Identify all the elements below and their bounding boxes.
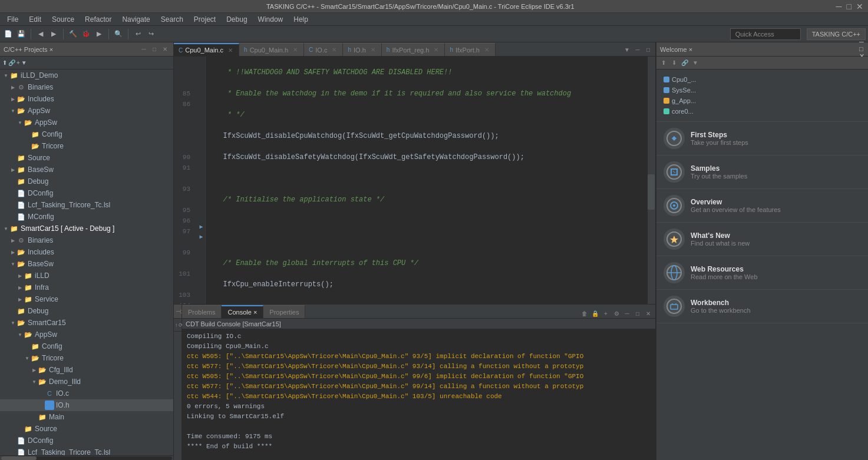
tab-cpu0-main-h[interactable]: h Cpu0_Main.h ✕ [239,43,304,56]
tree-item-sc-tricore[interactable]: ▼ 📂 Tricore [0,352,173,364]
tab-ifxport-reg-h[interactable]: h IfxPort_reg.h ✕ [382,43,445,56]
tree-item-illd-includes[interactable]: ▶ 📂 Includes [0,93,173,105]
tab-close-icon[interactable]: ✕ [227,47,234,54]
tab-close-icon[interactable]: ✕ [331,47,338,54]
console-new-button[interactable]: + [601,309,610,318]
tb-redo-button[interactable]: ↪ [145,28,157,40]
code-content[interactable]: * !!WATCHDOG0 AND SAFETY WATCHDOG ARE DI… [206,57,647,304]
tree-item-illd-config[interactable]: 📁 Config [0,128,173,140]
tree-item-illd-tricore[interactable]: 📂 Tricore [0,140,173,152]
tab-cpu0-main-c[interactable]: C Cpu0_Main.c ✕ [174,43,239,56]
tab-ifxport-h[interactable]: h IfxPort.h ✕ [445,43,496,56]
tree-item-sc-smartcar15[interactable]: ▼ 📂 SmartCar15 [0,317,173,329]
rp-minimize-icon[interactable]: ─ [859,38,864,45]
tree-item-illd-demo[interactable]: ▼ 📁 iLLD_Demo [0,70,173,81]
rp-tool-icon1[interactable]: ⬆ [659,58,668,68]
tab-close-icon[interactable]: ✕ [483,47,490,54]
tree-item-sc-basesw[interactable]: ▼ 📂 BaseSw [0,258,173,270]
tb-search-button[interactable]: 🔍 [113,28,124,40]
close-button[interactable]: ✕ [856,2,863,11]
tree-item-sc-config[interactable]: 📁 Config [0,340,173,352]
menu-file[interactable]: File [2,14,23,25]
tab-close-icon[interactable]: ✕ [369,47,377,54]
tree-item-sc-binaries[interactable]: ▶ ⚙ Binaries [0,234,173,246]
perspective-button[interactable]: TASKING C/C++ [807,28,866,40]
tree-item-illd-source[interactable]: 📁 Source [0,152,173,164]
tree-item-sc-includes[interactable]: ▶ 📂 Includes [0,246,173,258]
tb-forward-button[interactable]: ▶ [48,28,60,40]
tb-build-button[interactable]: 🔨 [67,28,79,40]
menu-search[interactable]: Search [156,14,188,25]
menu-help[interactable]: Help [289,14,313,25]
menu-window[interactable]: Window [253,14,288,25]
tb-debug-button[interactable]: 🐞 [80,28,92,40]
tab-console[interactable]: Console × [222,305,263,318]
outline-minimize-icon[interactable]: ─ [176,308,180,315]
tb-back-button[interactable]: ◀ [35,28,47,40]
maximize-panel-icon[interactable]: □ [150,45,159,54]
tb-undo-button[interactable]: ↩ [132,28,144,40]
tree-item-illd-basesw[interactable]: ▶ 📁 BaseSw [0,164,173,176]
tree-item-sc-dconfig[interactable]: 📄 DConfig [0,435,173,446]
quick-access-field[interactable]: Quick Access [730,28,801,40]
tree-item-illd-binaries[interactable]: ▶ ⚙ Binaries [0,81,173,93]
rp-tool-icon3[interactable]: 🔗 [680,58,689,68]
new-button[interactable]: + [16,59,20,66]
tree-item-illd-dconfig[interactable]: 📄 DConfig [0,187,173,199]
tab-minimize-button[interactable]: ─ [633,45,642,54]
tab-io-h[interactable]: h IO.h ✕ [343,43,381,56]
tree-item-illd-lsl[interactable]: 📄 Lcf_Tasking_Tricore_Tc.lsl [0,199,173,211]
tree-item-sc-main[interactable]: 📁 Main [0,411,173,423]
menu-project[interactable]: Project [189,14,220,25]
collapse-all-button[interactable]: ⬆ [2,59,7,66]
console-scroll-lock-button[interactable]: 🔒 [590,309,600,318]
tree-item-sc-debug[interactable]: 📁 Debug [0,305,173,317]
tab-io-c[interactable]: C IO.c ✕ [304,43,343,56]
welcome-card-whats-new[interactable]: What's New Find out what is new [656,223,868,256]
rp-tool-icon2[interactable]: ⬇ [669,58,679,68]
tree-item-sc-cfgilld[interactable]: ▶ 📂 Cfg_Illd [0,364,173,376]
console-minimize-button[interactable]: ─ [622,309,632,318]
tab-problems[interactable]: Problems [182,305,222,318]
tab-properties[interactable]: Properties [263,305,305,318]
tree-item-sc-illd[interactable]: ▶ 📁 iLLD [0,270,173,282]
menu-debug[interactable]: Debug [222,14,252,25]
menu-refactor[interactable]: Refactor [80,14,116,25]
menu-source[interactable]: Source [47,14,79,25]
tb-save-button[interactable]: 💾 [15,28,27,40]
menu-navigate[interactable]: Navigate [117,14,154,25]
rp-tool-icon4[interactable]: ▼ [691,58,700,68]
maximize-button[interactable]: □ [847,2,852,11]
console-close-button[interactable]: ✕ [643,309,653,318]
filter-button[interactable]: ▼ [21,59,27,66]
outline-hide-icon[interactable]: ↑ [175,321,178,329]
tree-item-sc-ioh[interactable]: h IO.h [0,399,173,411]
tree-item-illd-debug[interactable]: 📁 Debug [0,176,173,187]
welcome-file-item[interactable]: g_App... [664,95,861,106]
console-clear-button[interactable]: 🗑 [580,309,589,318]
welcome-card-samples[interactable]: Samples Try out the samples [656,155,868,189]
link-editor-button[interactable]: 🔗 [8,59,15,66]
welcome-file-item[interactable]: core0... [664,106,861,117]
tree-item-sc-infra[interactable]: ▶ 📁 Infra [0,282,173,293]
tb-new-button[interactable]: 📄 [2,28,14,40]
minimize-button[interactable]: ─ [836,2,842,11]
hscroll-thumb[interactable] [1,456,37,460]
tab-close-icon[interactable]: ✕ [433,47,440,54]
rp-maximize-icon[interactable]: □ [859,45,864,52]
tab-list-button[interactable]: ▼ [622,45,632,54]
minimize-panel-icon[interactable]: ─ [139,45,148,54]
tree-item-sc-source[interactable]: 📁 Source [0,423,173,435]
console-content[interactable]: Compiling IO.c Compiling Cpu0_Main.c ctc… [182,329,655,460]
menu-edit[interactable]: Edit [24,14,46,25]
welcome-card-overview[interactable]: Overview Get an overview of the features [656,189,868,223]
welcome-file-item[interactable]: SysSe... [664,85,861,95]
welcome-card-first-steps[interactable]: First Steps Take your first steps [656,122,868,155]
tree-item-illd-mconfig[interactable]: 📄 MConfig [0,211,173,223]
tree-item-sc-demoilld[interactable]: ▼ 📂 Demo_Illd [0,376,173,388]
tab-maximize-button[interactable]: □ [643,45,653,54]
left-panel-hscroll[interactable] [0,455,173,460]
console-settings-button[interactable]: ⚙ [612,309,621,318]
console-maximize-button[interactable]: □ [633,309,642,318]
tb-run-button[interactable]: ▶ [93,28,105,40]
